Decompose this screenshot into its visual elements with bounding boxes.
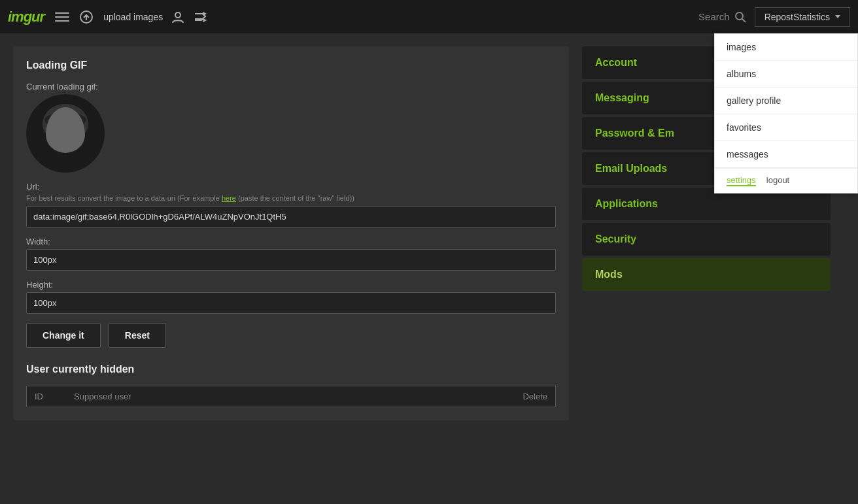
search-area: Search — [698, 10, 747, 24]
dropdown-item-albums[interactable]: albums — [715, 61, 857, 88]
url-group: Url: For best results convert the image … — [26, 182, 556, 227]
svg-point-8 — [52, 120, 78, 144]
search-icon — [734, 10, 747, 24]
avatar-svg — [26, 94, 105, 173]
upload-images-link[interactable]: upload images — [103, 12, 163, 22]
left-panel: Loading GIF Current loading gif: — [13, 46, 569, 420]
logout-link[interactable]: logout — [766, 175, 789, 186]
svg-point-6 — [43, 104, 88, 143]
current-gif-label: Current loading gif: — [26, 82, 556, 92]
repost-statistics-button[interactable]: RepostStatistics — [755, 7, 850, 27]
table-header: ID Supposed user Delete — [26, 386, 556, 407]
sidebar-item-mods[interactable]: Mods — [582, 258, 831, 291]
width-input[interactable] — [26, 249, 556, 271]
dropdown-item-gallery-profile[interactable]: gallery profile — [715, 88, 857, 114]
current-gif-group: Current loading gif: — [26, 82, 556, 173]
table-col-delete: Delete — [495, 392, 547, 401]
height-group: Height: — [26, 280, 556, 314]
person-icon[interactable] — [171, 10, 185, 24]
dropdown-menu: images albums gallery profile favorites … — [714, 33, 858, 193]
svg-point-2 — [175, 12, 180, 18]
dropdown-item-messages[interactable]: messages — [715, 141, 857, 168]
shuffle-icon[interactable] — [193, 10, 207, 24]
search-label: Search — [698, 11, 730, 22]
width-label: Width: — [26, 237, 556, 246]
gif-preview — [26, 94, 105, 173]
button-row: Change it Reset — [26, 323, 556, 348]
dropdown-footer: settings logout — [715, 168, 857, 193]
sidebar-item-security[interactable]: Security — [582, 223, 831, 256]
height-input[interactable] — [26, 292, 556, 314]
height-label: Height: — [26, 280, 556, 290]
svg-point-7 — [47, 122, 84, 151]
hamburger-icon[interactable] — [55, 12, 69, 22]
section-title: Loading GIF — [26, 59, 556, 71]
dropdown-item-favorites[interactable]: favorites — [715, 114, 857, 141]
header: imgur upload images Search — [0, 0, 858, 33]
settings-link[interactable]: settings — [727, 175, 756, 186]
here-link[interactable]: here — [222, 194, 236, 202]
table-col-user: Supposed user — [74, 392, 495, 401]
dropdown-item-images[interactable]: images — [715, 34, 857, 61]
table-col-id: ID — [35, 392, 74, 401]
gif-placeholder-image — [26, 94, 105, 173]
hidden-users-title: User currently hidden — [26, 363, 556, 375]
reset-button[interactable]: Reset — [109, 323, 166, 348]
svg-point-9 — [44, 112, 86, 128]
url-input[interactable] — [26, 206, 556, 227]
svg-line-4 — [742, 19, 746, 22]
url-hint: For best results convert the image to a … — [26, 194, 556, 202]
svg-point-3 — [736, 12, 743, 20]
change-it-button[interactable]: Change it — [26, 323, 101, 348]
dropdown-arrow-icon — [835, 15, 840, 18]
logo[interactable]: imgur — [8, 8, 44, 25]
width-group: Width: — [26, 237, 556, 271]
hidden-users-section: User currently hidden ID Supposed user D… — [26, 363, 556, 407]
url-label: Url: — [26, 182, 556, 192]
upload-icon — [77, 8, 95, 26]
